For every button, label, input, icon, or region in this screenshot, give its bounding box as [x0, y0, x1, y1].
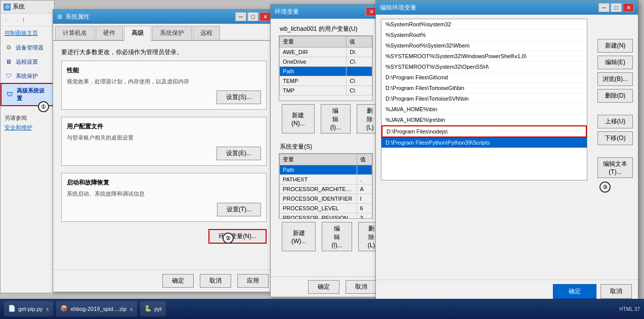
sys-props-ok-btn[interactable]: 确定 — [162, 274, 194, 288]
sys-props-apply-btn[interactable]: 应用 — [237, 274, 269, 288]
minimize-btn[interactable]: ─ — [235, 12, 246, 21]
env-title-left: 环境变量 — [275, 8, 299, 16]
edit-env-list-item[interactable]: D:\Program Files\Git\cmd — [381, 72, 587, 83]
forward-arrow[interactable]: → — [13, 16, 20, 24]
env-user-row[interactable]: Path — [280, 67, 372, 76]
edit-delete-btn[interactable]: 删除(D) — [597, 89, 633, 103]
annotation-3: ③ — [599, 181, 611, 193]
sidebar-label-advanced-settings: 高级系统设置 — [17, 87, 49, 102]
env-user-btns: 新建(N)... 编辑(I)... 删除(L) — [275, 101, 377, 136]
edit-env-list-item[interactable]: D:\Program Files\Python\Python39\Scripts — [381, 138, 587, 148]
user-profile-title: 用户配置文件 — [67, 122, 261, 131]
control-panel-link[interactable]: 控制面板主页 — [1, 26, 54, 40]
env-user-var-value — [347, 67, 372, 76]
env-sys-col-value: 值 — [357, 154, 372, 165]
env-sys-row[interactable]: PROCESSOR_ARCHITECT...A — [280, 185, 372, 194]
user-new-btn[interactable]: 新建(N)... — [282, 104, 315, 133]
annotation-1: ① — [38, 101, 49, 112]
sys-props-cancel-btn[interactable]: 取消 — [200, 274, 231, 288]
env-user-row[interactable]: TMPC\ — [280, 86, 372, 96]
env-footer: 确定 取消 — [271, 277, 381, 297]
edit-env-list-item[interactable]: %SYSTEMROOT%\System32\OpenSSH\ — [381, 62, 587, 72]
maximize-btn[interactable]: □ — [247, 12, 259, 21]
sys-new-btn[interactable]: 新建(W)... — [282, 222, 316, 251]
env-sys-table: 变量 值 PathPATHEXT.PROCESSOR_ARCHITECT...A… — [279, 154, 372, 219]
tab-system-protection[interactable]: 系统保护 — [152, 26, 192, 40]
env-variables-btn[interactable]: 环境变量(N)... — [208, 229, 267, 244]
taskbar-label-get-pip: get-pip.py — [18, 306, 42, 312]
tab-remote[interactable]: 远程 — [193, 26, 220, 40]
up-arrow[interactable]: ↑ — [22, 16, 25, 24]
edit-env-list-item[interactable]: %JAVA_HOME%\jre\bin — [381, 115, 587, 125]
edit-env-list-item[interactable]: %SystemRoot%\System32\Wbem — [381, 40, 587, 51]
edit-browse-btn[interactable]: 浏览(B)... — [597, 72, 633, 86]
sidebar-item-device-manager[interactable]: ⚙ 设备管理器 — [1, 40, 54, 55]
env-sys-var-value: . — [357, 175, 372, 185]
env-sys-row[interactable]: PROCESSOR_REVISION3 — [280, 213, 372, 219]
edit-env-list[interactable]: %SystemRoot%\system32%SystemRoot%%System… — [381, 19, 587, 180]
edit-env-list-item[interactable]: %SystemRoot%\system32 — [381, 19, 587, 30]
env-user-section: wb_lichao001 的用户变量(U) 变量 值 AWE_DIRD\OneD… — [271, 19, 381, 136]
zip-icon: 📦 — [60, 305, 68, 313]
tab-hardware[interactable]: 硬件 — [96, 26, 123, 40]
env-sys-var-name: PROCESSOR_LEVEL — [280, 204, 357, 213]
env-sys-row[interactable]: Path — [280, 165, 372, 175]
close-btn[interactable]: ✕ — [260, 12, 271, 21]
sys-props-titlebar: ⊞ 系统属性 ─ □ ✕ — [53, 10, 275, 24]
edit-env-maximize-btn[interactable]: □ — [611, 3, 622, 12]
env-user-row[interactable]: TEMPC\ — [280, 76, 372, 86]
edit-env-list-item[interactable]: %JAVA_HOME%\bin — [381, 104, 587, 115]
env-cancel-btn[interactable]: 取消 — [346, 280, 377, 294]
edit-env-win-controls: ─ □ ✕ — [598, 3, 634, 12]
sys-edit-btn[interactable]: 编辑(I)... — [322, 222, 352, 251]
edit-env-minimize-btn[interactable]: ─ — [598, 3, 610, 12]
taskbar-right-info: HTML 37 — [619, 306, 640, 312]
startup-settings-btn[interactable]: 设置(T)... — [217, 203, 261, 216]
env-sys-var-value: 3 — [357, 213, 372, 219]
env-user-row[interactable]: AWE_DIRD\ — [280, 48, 372, 57]
env-ok-btn[interactable]: 确定 — [308, 280, 339, 294]
edit-env-list-item[interactable]: D:\Program Files\TortoiseSVN\bin — [381, 94, 587, 104]
env-user-var-name: OneDrive — [280, 57, 347, 67]
edit-env-list-item[interactable]: D:\Program Files\nodejs\ — [381, 125, 587, 138]
edit-text-btn[interactable]: 编辑文本(T)... — [597, 157, 633, 178]
env-sys-row[interactable]: PATHEXT. — [280, 175, 372, 185]
edit-new-btn[interactable]: 新建(N) — [597, 39, 633, 53]
performance-settings-btn[interactable]: 设置(S)... — [217, 90, 261, 104]
taskbar-item-xhbog[interactable]: 📦 xhbog-2019_spid....zip ∧ — [56, 301, 137, 316]
edit-edit-btn[interactable]: 编辑(E) — [597, 56, 633, 69]
safety-link[interactable]: 安全和维护 — [5, 124, 50, 131]
sys-props-dialog: ⊞ 系统属性 ─ □ ✕ 计算机名 硬件 高级 系统保护 远程 要进行大多数更改… — [53, 9, 275, 292]
env-dialog-title: 环境变量 — [275, 8, 299, 16]
edit-env-cancel-btn[interactable]: 取消 — [600, 284, 632, 299]
shield-icon-1: 🛡 — [5, 72, 13, 80]
taskbar-item-pyt[interactable]: 🐍 pyt — [140, 301, 166, 316]
tab-advanced[interactable]: 高级 — [124, 26, 151, 41]
env-col-name-header: 变量 — [280, 36, 347, 48]
user-edit-btn[interactable]: 编辑(I)... — [321, 104, 351, 133]
edit-env-right-buttons: 新建(N) 编辑(E) 浏览(B)... 删除(D) 上移(U) 下移(O) 编… — [597, 39, 633, 178]
tab-computer-name[interactable]: 计算机名 — [55, 26, 95, 40]
edit-move-down-btn[interactable]: 下移(O) — [597, 131, 633, 145]
system-titlebar: ⚙ 系统 — [1, 1, 54, 14]
back-arrow[interactable]: ← — [4, 16, 11, 24]
edit-env-list-item[interactable]: %SystemRoot% — [381, 30, 587, 40]
also-ref-section: 另请参阅 安全和维护 — [1, 110, 54, 135]
env-sys-row[interactable]: PROCESSOR_IDENTIFIERI — [280, 194, 372, 204]
edit-env-ok-btn[interactable]: 确定 — [553, 284, 596, 299]
env-sys-var-name: Path — [280, 165, 357, 175]
python-icon: 🐍 — [144, 305, 152, 313]
sidebar-item-system-protection[interactable]: 🛡 系统保护 — [1, 69, 54, 83]
startup-section: 启动和故障恢复 系统启动、系统故障和调试信息 设置(T)... — [61, 173, 267, 222]
edit-env-list-item[interactable]: %SYSTEMROOT%\System32\WindowsPowerShell\… — [381, 51, 587, 62]
sidebar-label-remote-settings: 远程设置 — [16, 58, 38, 66]
edit-env-list-item[interactable]: D:\Program Files\TortoiseGit\bin — [381, 83, 587, 94]
env-user-row[interactable]: OneDriveC\ — [280, 57, 372, 67]
edit-env-close-btn[interactable]: ✕ — [623, 3, 634, 12]
env-sys-row[interactable]: PROCESSOR_LEVEL6 — [280, 204, 372, 213]
user-profile-settings-btn[interactable]: 设置(E)... — [217, 147, 261, 160]
sys-props-icon: ⊞ — [57, 13, 62, 20]
taskbar-item-get-pip[interactable]: 📄 get-pip.py ∧ — [4, 301, 53, 316]
sidebar-item-remote-settings[interactable]: 🖥 远程设置 — [1, 55, 54, 69]
edit-move-up-btn[interactable]: 上移(U) — [597, 115, 633, 128]
